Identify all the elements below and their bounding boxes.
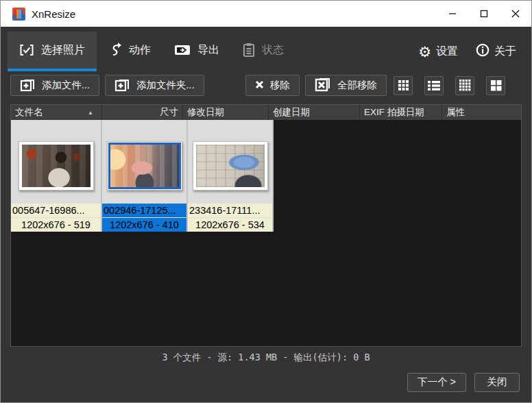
thumbnail-frame [19, 141, 94, 191]
file-size: 1202x676 - 534 [188, 218, 272, 232]
item-labels: 233416-17111... 1202x676 - 534 [188, 204, 272, 232]
file-size: 1202x676 - 410 [102, 218, 186, 232]
status-text: 3 个文件 - 源: 1.43 MB - 输出(估计): 0 B [162, 352, 370, 364]
status-clipboard-icon [243, 42, 255, 58]
remove-label: 移除 [270, 79, 290, 92]
thumbnail-image [108, 143, 181, 189]
remove-all-icon [315, 77, 331, 94]
minimize-button[interactable] [437, 1, 468, 27]
remove-x-icon [255, 80, 264, 91]
view-small-grid-icon[interactable] [455, 76, 474, 95]
info-icon [476, 43, 489, 60]
tab-export[interactable]: 导出 [162, 32, 231, 71]
tab-select-photos[interactable]: 选择照片 [8, 32, 97, 71]
gear-icon: ⚙ [418, 45, 431, 59]
add-folder-label: 添加文件夹... [136, 79, 195, 92]
window-controls [437, 1, 531, 27]
add-files-button[interactable]: 添加文件... [10, 75, 99, 96]
settings-button[interactable]: ⚙ 设置 [418, 45, 458, 59]
add-folder-icon [114, 77, 130, 94]
add-file-icon [20, 77, 36, 94]
file-item-3[interactable]: 233416-17111... 1202x676 - 534 [188, 120, 274, 232]
toolbar: 添加文件... 添加文件夹... 移除 [1, 71, 531, 103]
thumbnail-frame [107, 141, 182, 191]
remove-all-label: 全部移除 [337, 79, 377, 92]
about-label: 关于 [494, 45, 516, 59]
file-list: 文件名 ▲ 尺寸 修改日期 创建日期 EXIF 拍摄日期 属性 005647-1… [10, 104, 522, 347]
column-header-created[interactable]: 创建日期 [269, 105, 360, 120]
sort-ascending-icon: ▲ [88, 110, 97, 116]
tab-actions[interactable]: 动作 [97, 32, 162, 71]
thumbnail-image [196, 145, 265, 187]
add-folder-button[interactable]: 添加文件夹... [105, 75, 204, 96]
next-button[interactable]: 下一个 > [407, 373, 466, 392]
remove-button[interactable]: 移除 [245, 75, 300, 96]
settings-label: 设置 [436, 45, 458, 59]
close-dialog-button[interactable]: 关闭 [474, 373, 520, 392]
settings-about-menu: ⚙ 设置 关于 [418, 32, 516, 71]
close-button[interactable] [500, 1, 531, 27]
status-bar: 3 个文件 - 源: 1.43 MB - 输出(估计): 0 B [1, 347, 531, 369]
thumbnail-image [22, 145, 90, 187]
view-mode-group [394, 76, 505, 95]
export-icon [174, 44, 191, 56]
tab-bar: 选择照片 动作 导出 [1, 27, 531, 71]
tab-label: 导出 [197, 43, 219, 58]
xnresize-window: XnResize 选择照片 [0, 0, 532, 403]
window-title: XnResize [32, 8, 75, 20]
view-grid-icon[interactable] [394, 76, 413, 95]
item-labels: 005647-16986... 1202x676 - 519 [11, 204, 101, 232]
column-header-size[interactable]: 尺寸 [102, 105, 183, 120]
column-header-filename[interactable]: 文件名 ▲ [11, 105, 102, 120]
maximize-button[interactable] [468, 1, 500, 27]
file-size: 1202x676 - 519 [11, 218, 101, 232]
remove-all-button[interactable]: 全部移除 [305, 75, 387, 96]
column-header-exif[interactable]: EXIF 拍摄日期 [360, 105, 442, 120]
view-tiles-icon[interactable] [486, 76, 505, 95]
column-header-modified[interactable]: 修改日期 [183, 105, 269, 120]
list-header: 文件名 ▲ 尺寸 修改日期 创建日期 EXIF 拍摄日期 属性 [11, 105, 521, 120]
file-name: 233416-17111... [188, 204, 272, 217]
file-name: 002946-17125... [102, 204, 186, 217]
about-button[interactable]: 关于 [476, 43, 516, 60]
thumbnail-frame [193, 141, 268, 191]
tab-label: 状态 [262, 43, 284, 58]
file-item-1[interactable]: 005647-16986... 1202x676 - 519 [11, 120, 102, 232]
file-name: 005647-16986... [11, 204, 101, 217]
app-logo-icon [12, 8, 25, 21]
column-header-attributes[interactable]: 属性 [442, 105, 521, 120]
select-photos-icon [19, 43, 34, 57]
tab-label: 动作 [129, 43, 151, 58]
actions-icon [108, 42, 122, 58]
add-files-label: 添加文件... [42, 79, 90, 92]
footer: 下一个 > 关闭 [1, 369, 531, 402]
file-item-2-selected[interactable]: 002946-17125... 1202x676 - 410 [102, 120, 188, 232]
view-list-icon[interactable] [424, 76, 444, 95]
title-bar: XnResize [1, 1, 531, 27]
tab-status[interactable]: 状态 [231, 32, 295, 71]
thumbnail-row: 005647-16986... 1202x676 - 519 002946-17… [11, 120, 521, 232]
item-labels: 002946-17125... 1202x676 - 410 [102, 204, 186, 232]
tab-label: 选择照片 [41, 43, 85, 58]
